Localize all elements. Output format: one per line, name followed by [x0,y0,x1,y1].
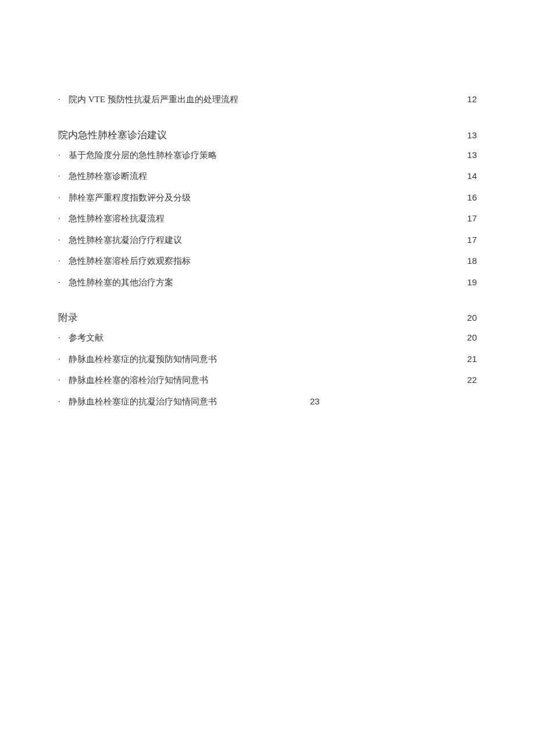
toc-item-title: 急性肺栓塞诊断流程 [69,170,147,183]
toc-item: ·参考文献20 [58,331,477,345]
toc-item-page: 21 [467,353,477,366]
toc-item: ·静脉血栓栓塞的溶栓治疗知情同意书22 [58,374,477,387]
toc-item: ·静脉血栓栓塞症的抗凝预防知情同意书21 [58,353,477,366]
table-of-contents: ·院内 VTE 预防性抗凝后严重出血的处理流程12院内急性肺栓塞诊治建议13·基… [58,93,477,408]
toc-item-page: 12 [467,93,477,106]
toc-heading: 附录20 [58,311,477,324]
bullet-icon: · [58,170,69,182]
toc-item-title: 肺栓塞严重程度指数评分及分级 [69,191,191,205]
bullet-icon: · [58,234,69,246]
toc-heading-page: 13 [467,130,477,140]
bullet-icon: · [58,149,69,162]
toc-item: ·急性肺栓塞抗凝治疗疗程建议17 [58,234,477,247]
toc-heading: 院内急性肺栓塞诊治建议13 [58,128,477,142]
toc-item: ·急性肺栓塞溶栓抗凝流程17 [58,212,477,225]
bullet-icon: · [58,94,69,106]
toc-item-page: 20 [467,331,477,345]
toc-item: ·急性肺栓塞的其他治疗方案19 [58,276,477,289]
toc-section: 院内急性肺栓塞诊治建议13·基于危险度分层的急性肺栓塞诊疗策略13·急性肺栓塞诊… [58,128,477,289]
toc-heading-title: 附录 [58,311,78,324]
bullet-icon: · [58,332,69,344]
bullet-icon: · [58,255,69,267]
toc-item-title: 急性肺栓塞抗凝治疗疗程建议 [69,234,182,247]
toc-item: ·院内 VTE 预防性抗凝后严重出血的处理流程12 [58,93,477,106]
toc-heading-page: 20 [467,313,477,323]
toc-item-title: 急性肺栓塞的其他治疗方案 [69,276,173,289]
toc-item-page: 17 [467,212,477,225]
toc-item-title: 参考文献 [69,331,104,345]
toc-item-page: 13 [467,149,477,162]
toc-item-page: 14 [467,170,477,183]
toc-item: ·急性肺栓塞诊断流程14 [58,170,477,183]
bullet-icon: · [58,396,69,408]
toc-item-title: 基于危险度分层的急性肺栓塞诊疗策略 [69,149,217,162]
bullet-icon: · [58,374,69,386]
bullet-icon: · [58,353,69,366]
toc-item-page: 18 [467,255,477,268]
toc-item-title: 静脉血栓栓塞症的抗凝治疗知情同意书 [69,395,217,409]
toc-item-page: 22 [467,374,477,387]
toc-item: ·急性肺栓塞溶栓后疗效观察指标18 [58,255,477,268]
bullet-icon: · [58,277,69,289]
toc-item: ·基于危险度分层的急性肺栓塞诊疗策略13 [58,149,477,162]
toc-item-title: 急性肺栓塞溶栓抗凝流程 [69,212,165,225]
toc-item-title: 急性肺栓塞溶栓后疗效观察指标 [69,255,191,268]
toc-item-title: 静脉血栓栓塞症的抗凝预防知情同意书 [69,353,217,366]
bullet-icon: · [58,192,69,204]
toc-section: ·院内 VTE 预防性抗凝后严重出血的处理流程12 [58,93,477,106]
toc-item-page: 19 [467,276,477,289]
toc-item-page: 17 [467,234,477,247]
toc-item-page: 16 [467,191,477,205]
toc-item-title: 院内 VTE 预防性抗凝后严重出血的处理流程 [69,93,238,106]
toc-item-page: 23 [310,395,320,409]
toc-item: ·静脉血栓栓塞症的抗凝治疗知情同意书23 [58,395,477,409]
toc-item: ·肺栓塞严重程度指数评分及分级16 [58,191,477,205]
toc-heading-title: 院内急性肺栓塞诊治建议 [58,128,167,142]
toc-section: 附录20·参考文献20·静脉血栓栓塞症的抗凝预防知情同意书21·静脉血栓栓塞的溶… [58,311,477,408]
toc-item-title: 静脉血栓栓塞的溶栓治疗知情同意书 [69,374,208,387]
bullet-icon: · [58,213,69,225]
